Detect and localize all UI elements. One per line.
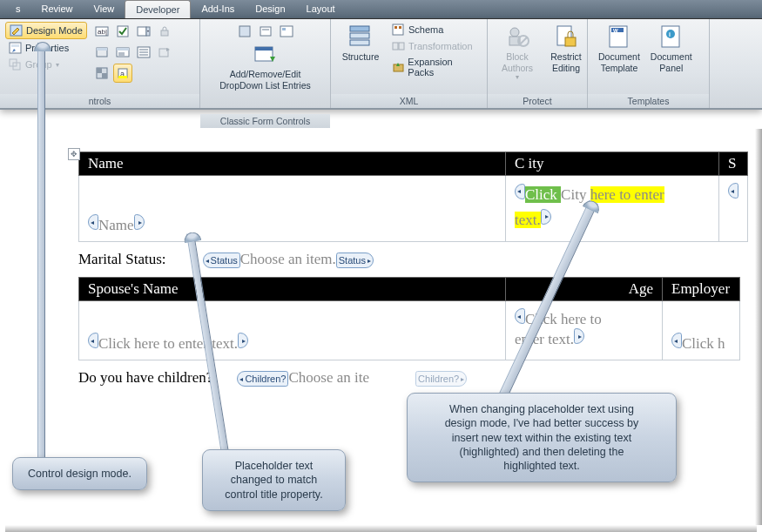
spouse-tag-end[interactable] — [238, 333, 248, 348]
block-authors-label: Block Authors — [502, 51, 533, 73]
svg-rect-34 — [255, 47, 273, 51]
cell-spouse[interactable]: Click here to enter text. — [79, 301, 506, 360]
emp-tag-start[interactable] — [671, 333, 682, 348]
group-icon — [9, 58, 22, 71]
frame-button[interactable] — [92, 43, 111, 62]
addremove-icon — [253, 44, 279, 67]
block-authors-icon — [504, 24, 530, 50]
s-tag-start[interactable] — [728, 183, 738, 199]
transformation-icon — [392, 40, 405, 52]
svg-rect-41 — [393, 43, 398, 50]
combobox-icon — [137, 24, 151, 38]
svg-rect-1 — [10, 43, 21, 53]
combobox-button[interactable] — [134, 22, 153, 41]
tab-addins[interactable]: Add-Ins — [191, 0, 245, 18]
th-name: Name — [79, 152, 506, 176]
name-placeholder: Name — [98, 217, 134, 233]
city-word: City — [561, 186, 590, 203]
status-placeholder: Choose an item. — [240, 251, 336, 267]
children-placeholder: Choose an ite — [288, 369, 369, 386]
dropdown-icon — [116, 45, 130, 59]
properties-icon — [9, 42, 22, 54]
children-tag-start[interactable]: Children? — [237, 371, 288, 387]
svg-rect-39 — [394, 26, 397, 29]
city-tag-start[interactable] — [515, 184, 525, 199]
cell-employer[interactable]: Click h — [663, 301, 740, 360]
legacy-textbox-button[interactable]: ab| — [92, 22, 111, 41]
svg-rect-49 — [565, 37, 576, 46]
expansion-packs-button[interactable]: Expansion Packs — [388, 55, 482, 79]
svg-point-54 — [666, 30, 675, 38]
form-table-1: Name C ity S Name Click City here to ent… — [78, 152, 748, 242]
svg-rect-38 — [393, 24, 403, 35]
children-tag-end[interactable]: Children? — [415, 371, 467, 387]
cell-city[interactable]: Click City here to enter text. — [506, 176, 719, 242]
svg-rect-27 — [118, 76, 127, 78]
addremove-dropdown-button[interactable]: Add/Remove/Edit DropDown List Entries — [214, 43, 315, 114]
block-authors-button: Block Authors ▾ — [493, 22, 542, 93]
status-tag-start[interactable]: Status — [203, 253, 240, 268]
svg-rect-36 — [350, 33, 369, 38]
listbox-button[interactable] — [134, 43, 153, 62]
group-button[interactable]: Group ▾ — [5, 57, 87, 72]
dropdown-button[interactable] — [113, 43, 132, 62]
checkbox-button[interactable] — [113, 22, 132, 41]
schema-button[interactable]: Schema — [388, 22, 482, 37]
name-tag-end[interactable] — [134, 214, 145, 230]
ribbon-tabs: s Review View Developer Add-Ins Design L… — [0, 0, 762, 19]
document-area: ✥ Name C ity S Name Click City here to e… — [0, 110, 762, 387]
document-template-icon: W — [606, 24, 632, 50]
document-panel-button[interactable]: i Document Panel — [645, 22, 698, 93]
tab-design[interactable]: Design — [245, 0, 295, 18]
svg-rect-2 — [11, 44, 19, 47]
table-move-handle[interactable]: ✥ — [68, 148, 80, 160]
city-here: here to enter — [590, 186, 664, 203]
svg-text:W: W — [613, 28, 618, 33]
tab-review[interactable]: Review — [31, 0, 84, 18]
tab-partial[interactable]: s — [5, 0, 31, 18]
highlight-button[interactable]: a — [113, 64, 132, 83]
city-click: Click — [525, 186, 561, 203]
lock-icon — [158, 24, 172, 38]
children-label: Do you have children? — [78, 369, 223, 387]
design-mode-button[interactable]: Design Mode — [5, 22, 87, 39]
connector-1 — [37, 43, 45, 457]
cfc-3[interactable] — [277, 22, 296, 41]
spouse-tag-start[interactable] — [88, 333, 98, 348]
tab-layout[interactable]: Layout — [296, 0, 346, 18]
cfc-2[interactable] — [256, 22, 275, 41]
cell-name[interactable]: Name — [79, 176, 506, 242]
name-tag-start[interactable] — [88, 214, 98, 230]
restrict-editing-icon — [553, 24, 579, 50]
checkbox-icon — [116, 24, 130, 38]
cfc-1[interactable] — [235, 22, 254, 41]
svg-text:ab|: ab| — [98, 28, 107, 36]
city-tag-end[interactable] — [541, 209, 551, 225]
textbox-icon: ab| — [95, 24, 109, 38]
restrict-editing-label: Restrict Editing — [550, 51, 582, 73]
cell-s[interactable] — [719, 176, 748, 242]
tab-view[interactable]: View — [84, 0, 125, 18]
restrict-editing-button[interactable]: Restrict Editing — [542, 22, 590, 93]
transformation-label: Transformation — [408, 41, 473, 51]
expansion-label: Expansion Packs — [408, 57, 478, 77]
shading-button[interactable] — [92, 64, 111, 83]
structure-button[interactable]: Structure — [336, 22, 385, 93]
reset-icon — [158, 45, 172, 59]
design-mode-icon — [10, 24, 23, 37]
age-tag-end[interactable] — [574, 328, 584, 344]
tab-developer[interactable]: Developer — [125, 0, 191, 18]
svg-rect-14 — [117, 48, 129, 51]
schema-label: Schema — [408, 24, 443, 35]
th-city: C ity — [506, 152, 719, 176]
form-table-2: Spouse's Name Age Employer Click here to… — [78, 277, 740, 360]
age-tag-start[interactable] — [515, 308, 525, 324]
document-panel-icon: i — [658, 24, 684, 50]
svg-rect-12 — [97, 48, 107, 51]
document-panel-label: Document Panel — [651, 51, 692, 73]
document-template-button[interactable]: W Document Template — [593, 22, 645, 93]
controls-group-label: ntrols — [0, 94, 199, 108]
bottom-shadow — [5, 525, 757, 532]
status-tag-end[interactable]: Status — [336, 253, 374, 268]
svg-rect-24 — [102, 73, 107, 78]
